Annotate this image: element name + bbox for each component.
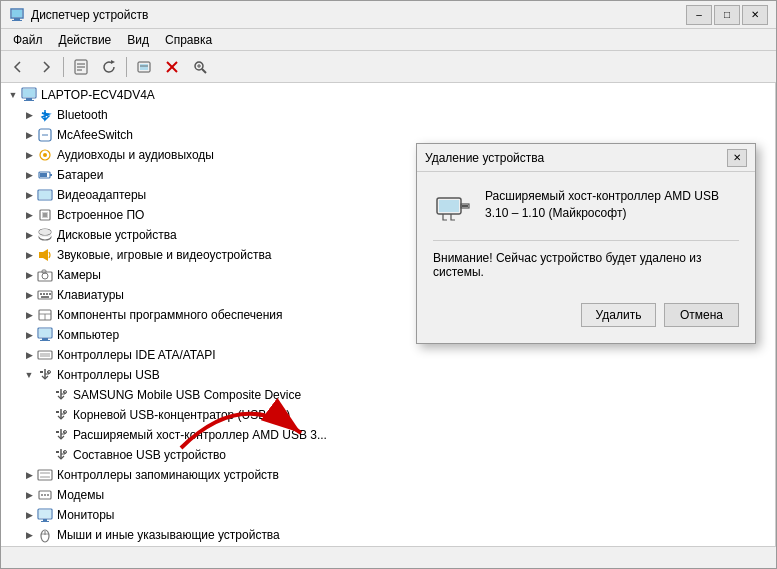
main-window: Диспетчер устройств – □ ✕ Файл Действие …	[0, 0, 777, 569]
content-area: ▼ LAPTOP-ECV4DV4A ▶	[1, 83, 776, 546]
properties-button[interactable]	[68, 55, 94, 79]
dialog-overlay: Удаление устройства ✕	[1, 83, 776, 546]
svg-marker-8	[111, 60, 115, 64]
svg-rect-10	[140, 64, 148, 70]
app-icon	[9, 7, 25, 23]
menu-file[interactable]: Файл	[5, 31, 51, 49]
red-arrow	[161, 378, 321, 461]
menu-view[interactable]: Вид	[119, 31, 157, 49]
device-removal-dialog: Удаление устройства ✕	[416, 143, 756, 344]
confirm-uninstall-button[interactable]: Удалить	[581, 303, 656, 327]
svg-rect-96	[439, 200, 459, 212]
toolbar-separator-2	[126, 57, 127, 77]
status-bar	[1, 546, 776, 568]
uninstall-button[interactable]	[159, 55, 185, 79]
dialog-device-icon	[433, 188, 473, 228]
dialog-device-info: Расширяемый хост-контроллер AMD USB 3.10…	[433, 188, 739, 228]
cancel-uninstall-button[interactable]: Отмена	[664, 303, 739, 327]
svg-rect-98	[462, 205, 468, 207]
back-button[interactable]	[5, 55, 31, 79]
dialog-body: Расширяемый хост-контроллер AMD USB 3.10…	[417, 172, 755, 295]
refresh-button[interactable]	[96, 55, 122, 79]
forward-button[interactable]	[33, 55, 59, 79]
dialog-warning-text: Внимание! Сейчас устройство будет удален…	[433, 240, 739, 279]
svg-rect-1	[14, 18, 20, 20]
menu-help[interactable]: Справка	[157, 31, 220, 49]
dialog-title-bar: Удаление устройства ✕	[417, 144, 755, 172]
window-title: Диспетчер устройств	[31, 8, 686, 22]
scan-button[interactable]	[187, 55, 213, 79]
toolbar-separator-1	[63, 57, 64, 77]
dialog-device-name: Расширяемый хост-контроллер AMD USB 3.10…	[485, 188, 739, 222]
menu-bar: Файл Действие Вид Справка	[1, 29, 776, 51]
svg-rect-2	[12, 20, 22, 21]
drivers-button[interactable]	[131, 55, 157, 79]
dialog-title: Удаление устройства	[425, 151, 727, 165]
dialog-close-button[interactable]: ✕	[727, 149, 747, 167]
window-controls: – □ ✕	[686, 5, 768, 25]
dialog-button-row: Удалить Отмена	[417, 295, 755, 343]
menu-action[interactable]: Действие	[51, 31, 120, 49]
close-button[interactable]: ✕	[742, 5, 768, 25]
toolbar	[1, 51, 776, 83]
minimize-button[interactable]: –	[686, 5, 712, 25]
svg-line-15	[202, 69, 206, 73]
title-bar: Диспетчер устройств – □ ✕	[1, 1, 776, 29]
svg-rect-3	[12, 10, 22, 17]
maximize-button[interactable]: □	[714, 5, 740, 25]
